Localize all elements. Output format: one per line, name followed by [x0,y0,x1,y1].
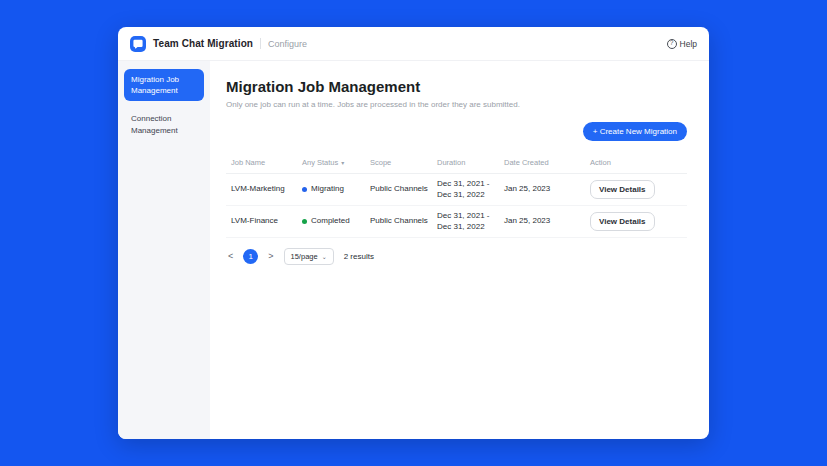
app-title: Team Chat Migration [153,38,253,49]
table-row: LVM-Marketing Migrating Public Channels … [226,174,687,206]
page-subtitle: Only one job can run at a time. Jobs are… [226,100,687,109]
column-header-status-filter[interactable]: Any Status ▾ [302,158,370,167]
table-header-row: Job Name Any Status ▾ Scope Duration Dat… [226,152,687,174]
action-cell: View Details [590,212,687,231]
job-name-cell: LVM-Finance [226,216,302,227]
sidebar-item-connection-management[interactable]: Connection Management [118,105,210,144]
page-1-button[interactable]: 1 [243,249,258,264]
status-dot-icon [302,219,307,224]
scope-cell: Public Channels [370,184,437,195]
help-icon: ? [667,39,677,49]
previous-page-button[interactable]: < [226,250,235,263]
action-cell: View Details [590,180,687,199]
column-header-action: Action [590,158,687,167]
app-header: Team Chat Migration Configure ? Help [118,27,709,61]
actions-row: + Create New Migration [226,122,687,141]
date-created-cell: Jan 25, 2023 [504,216,590,227]
results-count: 2 results [344,252,374,261]
duration-cell: Dec 31, 2021 - Dec 31, 2022 [437,211,504,233]
help-label: Help [680,39,697,49]
app-body: Migration Job Management Connection Mana… [118,61,709,439]
date-created-cell: Jan 25, 2023 [504,184,590,195]
column-header-scope: Scope [370,158,437,167]
header-divider [260,38,261,49]
table-row: LVM-Finance Completed Public Channels De… [226,206,687,238]
main-content: Migration Job Management Only one job ca… [210,61,709,439]
next-page-button[interactable]: > [266,250,275,263]
page-size-select[interactable]: 15/page ⌄ [284,248,334,265]
page-title: Migration Job Management [226,78,687,95]
view-details-button[interactable]: View Details [590,212,655,231]
sidebar-item-migration-job-management[interactable]: Migration Job Management [124,69,204,101]
column-header-date-created: Date Created [504,158,590,167]
status-badge: Migrating [302,184,370,195]
chevron-down-icon: ⌄ [322,254,327,260]
caret-down-icon: ▾ [341,160,344,166]
scope-cell: Public Channels [370,216,437,227]
status-filter-label: Any Status [302,158,338,167]
view-details-button[interactable]: View Details [590,180,655,199]
status-dot-icon [302,187,307,192]
status-label: Completed [311,216,350,227]
create-new-migration-button[interactable]: + Create New Migration [583,122,687,141]
pagination: < 1 > 15/page ⌄ 2 results [226,248,687,265]
duration-cell: Dec 31, 2021 - Dec 31, 2022 [437,179,504,201]
status-badge: Completed [302,216,370,227]
app-logo-icon [130,36,146,52]
jobs-table: Job Name Any Status ▾ Scope Duration Dat… [226,152,687,238]
nav-configure[interactable]: Configure [268,39,307,49]
app-card: Team Chat Migration Configure ? Help Mig… [118,27,709,439]
column-header-duration: Duration [437,158,504,167]
job-name-cell: LVM-Marketing [226,184,302,195]
sidebar: Migration Job Management Connection Mana… [118,61,210,439]
column-header-job-name: Job Name [226,158,302,167]
help-button[interactable]: ? Help [667,39,697,49]
status-label: Migrating [311,184,344,195]
page-size-value: 15/page [291,252,318,261]
chat-bubble-icon [133,39,143,49]
